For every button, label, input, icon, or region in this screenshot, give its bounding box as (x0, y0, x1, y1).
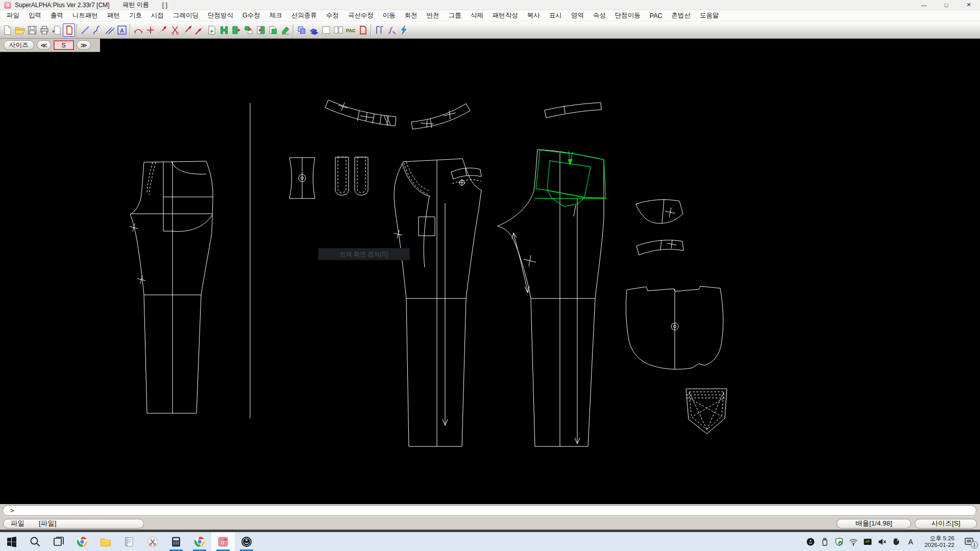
blank-sheet-icon[interactable] (320, 23, 332, 37)
pattern-swap-icon[interactable] (255, 23, 267, 37)
menu-item-3[interactable]: 출력 (46, 10, 68, 21)
menu-item-11[interactable]: 체크 (265, 10, 287, 21)
green-pocket-overlay[interactable] (535, 150, 606, 207)
double-sheet-icon[interactable] (332, 23, 345, 37)
calculator-icon[interactable] (164, 532, 188, 551)
line-cut-icon[interactable] (181, 23, 193, 37)
pac-export-icon[interactable]: PAC (345, 23, 357, 37)
volume-muted-icon[interactable] (876, 536, 888, 547)
pattern-drawing[interactable] (0, 52, 980, 504)
size-status-button[interactable]: 사이즈[S] (915, 519, 977, 529)
menu-item-4[interactable]: 니트패턴 (68, 10, 103, 21)
pattern-h-icon[interactable] (218, 23, 230, 37)
pants-back-right[interactable] (498, 149, 604, 446)
prev-size-button[interactable]: ≪ (37, 40, 51, 50)
menu-item-21[interactable]: 복사 (523, 10, 545, 21)
menu-item-13[interactable]: 수정 (322, 10, 344, 21)
obs-tray-icon[interactable] (805, 536, 816, 547)
pocket-facing-bottom[interactable] (636, 240, 683, 255)
curve-check-icon[interactable] (385, 23, 398, 37)
maximize-button[interactable]: □ (935, 0, 958, 10)
line-tool-icon[interactable] (79, 23, 91, 37)
menu-item-19[interactable]: 삭제 (466, 10, 488, 21)
pocket-bag[interactable] (626, 286, 723, 369)
next-size-button[interactable]: ≫ (77, 40, 91, 50)
text-tool-icon[interactable]: A (116, 23, 128, 37)
menu-item-5[interactable]: 패턴 (103, 10, 125, 21)
command-input[interactable]: > (3, 505, 976, 516)
search-button[interactable] (23, 532, 47, 551)
curve-tool-icon[interactable] (91, 23, 104, 37)
current-size-tab[interactable]: S (54, 40, 74, 50)
snipping-tool-icon[interactable] (141, 532, 164, 551)
menu-item-23[interactable]: 영역 (567, 10, 589, 21)
scissors-tool-icon[interactable] (169, 23, 181, 37)
menu-item-8[interactable]: 그레이딩 (168, 10, 203, 21)
menu-item-27[interactable]: 촌법선 (667, 10, 696, 21)
size-label-button[interactable]: 사이즈 (4, 40, 34, 50)
pocket-facing-top[interactable] (636, 199, 683, 223)
pattern-new-icon[interactable] (206, 23, 218, 37)
parallel-line-icon[interactable] (104, 23, 116, 37)
menu-item-22[interactable]: 표시 (545, 10, 567, 21)
status-file-button[interactable]: 파일 [파일] (3, 519, 144, 529)
menu-item-12[interactable]: 선의종류 (287, 10, 322, 21)
menu-item-16[interactable]: 회전 (400, 10, 422, 21)
waistband-right[interactable] (411, 104, 470, 129)
taskbar-clock[interactable]: 오후 5:26 2026-01-22 (924, 535, 954, 548)
import-page-icon[interactable] (51, 23, 63, 37)
menu-item-10[interactable]: G수정 (238, 10, 265, 21)
start-button[interactable] (0, 532, 23, 551)
print-icon[interactable] (38, 23, 51, 37)
chrome-pinned-icon[interactable] (70, 532, 94, 551)
menu-item-17[interactable]: 반전 (422, 10, 444, 21)
eraser-icon[interactable] (279, 23, 291, 37)
point-move-icon[interactable] (157, 23, 169, 37)
usb-device-icon[interactable] (819, 536, 830, 547)
windows-security-icon[interactable] (834, 536, 845, 547)
lightning-tool-icon[interactable] (398, 23, 410, 37)
close-pattern-icon[interactable] (63, 23, 75, 37)
menu-item-6[interactable]: 기호 (125, 10, 146, 21)
menu-item-2[interactable]: 입력 (24, 10, 46, 21)
arc-tool-icon[interactable] (132, 23, 144, 37)
superalpha-app-icon[interactable]: α (211, 532, 235, 551)
pants-front-middle[interactable] (394, 159, 481, 446)
bracket-tool-icon[interactable] (373, 23, 385, 37)
waistband-left[interactable] (325, 100, 396, 126)
pattern-split-icon[interactable] (230, 23, 242, 37)
menu-item-7[interactable]: 시접 (146, 10, 168, 21)
menu-item-9[interactable]: 단점방식 (203, 10, 238, 21)
fly-facing-piece[interactable] (289, 158, 315, 198)
pattern-join-icon[interactable] (242, 23, 255, 37)
copy-icon[interactable] (296, 23, 308, 37)
zoom-ratio-button[interactable]: 배율[1/4.98] (837, 519, 911, 529)
ime-language-icon[interactable]: A (905, 538, 916, 546)
obs-studio-icon[interactable] (235, 532, 258, 551)
red-document-icon[interactable] (357, 23, 369, 37)
cross-point-icon[interactable] (144, 23, 157, 37)
menu-item-1[interactable]: 파일 (2, 10, 24, 21)
close-button[interactable]: ✕ (958, 0, 980, 10)
back-pocket[interactable] (686, 389, 727, 434)
belt-loop-pieces[interactable] (335, 157, 368, 195)
nvidia-settings-icon[interactable] (862, 536, 873, 547)
line-extend-icon[interactable] (193, 23, 206, 37)
pants-front-left[interactable] (130, 161, 213, 413)
pointing-device-icon[interactable] (891, 536, 902, 547)
menu-item-20[interactable]: 패턴작성 (488, 10, 523, 21)
wifi-icon[interactable] (848, 536, 859, 547)
menu-item-15[interactable]: 이동 (378, 10, 400, 21)
open-folder-icon[interactable] (14, 23, 26, 37)
waistband-small[interactable] (545, 103, 601, 118)
new-file-icon[interactable] (2, 23, 14, 37)
pattern-canvas[interactable]: 전체 화면 캡처(S) (0, 52, 980, 504)
menu-item-25[interactable]: 단점이동 (610, 10, 645, 21)
copy-stack-icon[interactable] (308, 23, 320, 37)
notepad-icon[interactable] (117, 532, 141, 551)
menu-item-26[interactable]: PAC (645, 11, 667, 20)
save-icon[interactable] (26, 23, 38, 37)
chrome-running-icon[interactable] (188, 532, 211, 551)
menu-item-28[interactable]: 도움말 (695, 10, 724, 21)
minimize-button[interactable]: — (913, 0, 935, 10)
